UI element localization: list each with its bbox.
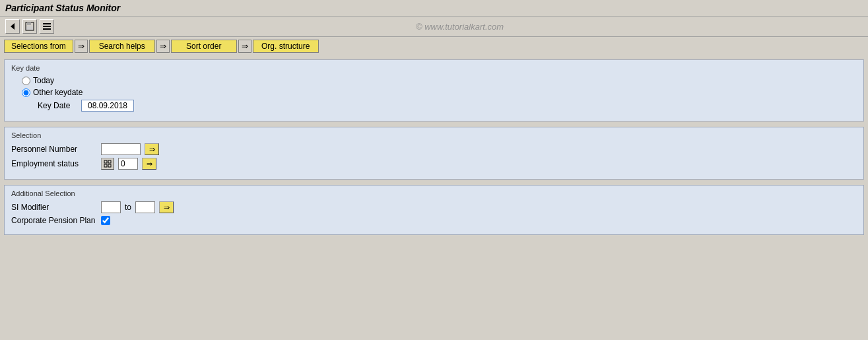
tab-arrow-3: ⇒ [238, 40, 251, 53]
today-row: Today [22, 76, 857, 85]
svg-marker-0 [11, 23, 15, 30]
svg-rect-6 [43, 28, 51, 30]
tab-sort-order[interactable]: Sort order [171, 40, 237, 53]
additional-selection-section: Additional Selection SI Modifier to ⇒ Co… [4, 185, 864, 235]
corporate-pension-label: Corporate Pension Plan [11, 216, 97, 225]
save-btn[interactable] [22, 19, 37, 34]
tab-group-1: Selections from [4, 40, 73, 53]
watermark: © www.tutorialkart.com [57, 22, 863, 32]
other-keydate-row: Other keydate [22, 88, 857, 97]
tab-arrow-1: ⇒ [75, 40, 88, 53]
key-date-section: Key date Today Other keydate Key Date [4, 59, 864, 121]
selection-section: Selection Personnel Number ⇒ Employment … [4, 127, 864, 180]
personnel-number-row: Personnel Number ⇒ [11, 143, 857, 155]
employment-status-label: Employment status [11, 159, 97, 168]
today-radio[interactable] [22, 77, 30, 85]
key-date-label: Key Date [38, 101, 77, 110]
employment-status-row: Employment status ⇒ [11, 158, 857, 170]
svg-rect-3 [26, 26, 33, 30]
employment-status-arrow-btn[interactable]: ⇒ [142, 158, 156, 170]
additional-selection-title: Additional Selection [11, 189, 857, 197]
si-modifier-row: SI Modifier to ⇒ [11, 201, 857, 213]
settings-btn[interactable] [40, 19, 54, 34]
tab-arrow-2: ⇒ [156, 40, 170, 53]
si-modifier-from-input[interactable] [101, 201, 121, 213]
back-btn[interactable] [5, 19, 20, 34]
tab-org-structure[interactable]: Org. structure [253, 40, 319, 53]
corporate-pension-row: Corporate Pension Plan [11, 216, 857, 225]
toolbar: © www.tutorialkart.com [0, 17, 868, 37]
tab-group-2: Search helps [89, 40, 155, 53]
svg-rect-8 [104, 164, 107, 167]
today-radio-label[interactable]: Today [22, 76, 54, 85]
corporate-pension-checkbox[interactable] [101, 216, 110, 225]
personnel-number-input[interactable] [101, 143, 141, 155]
tab-group-3: Sort order [171, 40, 237, 53]
key-date-title: Key date [11, 64, 857, 72]
main-content: Key date Today Other keydate Key Date Se… [0, 55, 868, 244]
svg-rect-4 [43, 23, 51, 24]
key-date-value-row: Key Date [38, 100, 857, 112]
other-keydate-radio-label[interactable]: Other keydate [22, 88, 83, 97]
tab-search-helps[interactable]: Search helps [89, 40, 155, 53]
employment-status-input[interactable] [118, 158, 138, 170]
svg-rect-9 [108, 160, 111, 163]
si-modifier-label: SI Modifier [11, 203, 97, 212]
svg-rect-7 [104, 160, 107, 163]
si-modifier-arrow-btn[interactable]: ⇒ [159, 201, 174, 213]
personnel-number-label: Personnel Number [11, 145, 97, 154]
selection-title: Selection [11, 131, 857, 139]
svg-rect-10 [108, 164, 111, 167]
key-date-input[interactable] [81, 100, 134, 112]
app-title: Participant Status Monitor [5, 3, 120, 13]
tab-selections[interactable]: Selections from [4, 40, 73, 53]
tab-group-4: Org. structure [253, 40, 319, 53]
svg-rect-5 [43, 26, 51, 27]
title-bar: Participant Status Monitor [0, 0, 868, 17]
employment-multisel-btn[interactable] [101, 158, 114, 170]
si-modifier-to-input[interactable] [135, 201, 155, 213]
other-keydate-radio[interactable] [22, 88, 30, 97]
to-label: to [125, 203, 131, 212]
tab-bar: Selections from ⇒ Search helps ⇒ Sort or… [0, 37, 868, 55]
svg-rect-2 [27, 22, 31, 25]
personnel-number-arrow-btn[interactable]: ⇒ [145, 143, 159, 155]
